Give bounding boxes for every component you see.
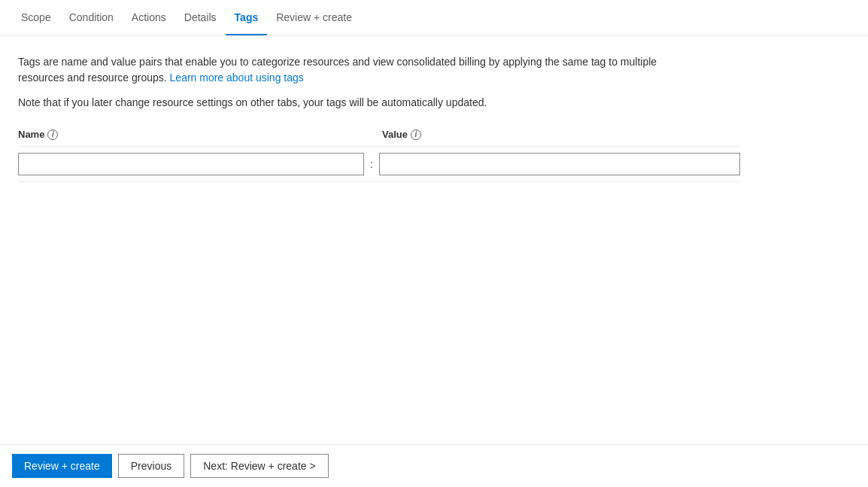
value-input[interactable] bbox=[379, 153, 740, 175]
value-column-header: Value i bbox=[364, 129, 740, 140]
note-text: Note that if you later change resource s… bbox=[18, 95, 850, 111]
separator: : bbox=[364, 158, 379, 170]
tab-navigation: Scope Condition Actions Details Tags Rev… bbox=[0, 0, 868, 36]
previous-button[interactable]: Previous bbox=[118, 454, 184, 478]
main-content: Tags are name and value pairs that enabl… bbox=[0, 36, 868, 444]
name-info-icon[interactable]: i bbox=[47, 129, 58, 140]
learn-more-link[interactable]: Learn more about using tags bbox=[170, 72, 304, 84]
tag-input-row: : bbox=[18, 147, 740, 182]
form-header-row: Name i Value i bbox=[18, 129, 740, 147]
tab-tags[interactable]: Tags bbox=[226, 0, 268, 35]
tab-scope[interactable]: Scope bbox=[12, 0, 60, 35]
value-info-icon[interactable]: i bbox=[411, 129, 421, 140]
value-input-container bbox=[379, 153, 740, 175]
next-button[interactable]: Next: Review + create > bbox=[190, 454, 328, 478]
name-input[interactable] bbox=[18, 153, 364, 175]
tab-condition[interactable]: Condition bbox=[60, 0, 123, 35]
review-create-button[interactable]: Review + create bbox=[12, 454, 112, 478]
footer: Review + create Previous Next: Review + … bbox=[0, 444, 868, 487]
name-column-header: Name i bbox=[18, 129, 364, 140]
tab-actions[interactable]: Actions bbox=[123, 0, 175, 35]
tab-review-create[interactable]: Review + create bbox=[267, 0, 361, 35]
tab-details[interactable]: Details bbox=[175, 0, 226, 35]
description-text: Tags are name and value pairs that enabl… bbox=[18, 54, 695, 86]
tags-form: Name i Value i : bbox=[18, 129, 740, 182]
name-input-container bbox=[18, 153, 364, 175]
